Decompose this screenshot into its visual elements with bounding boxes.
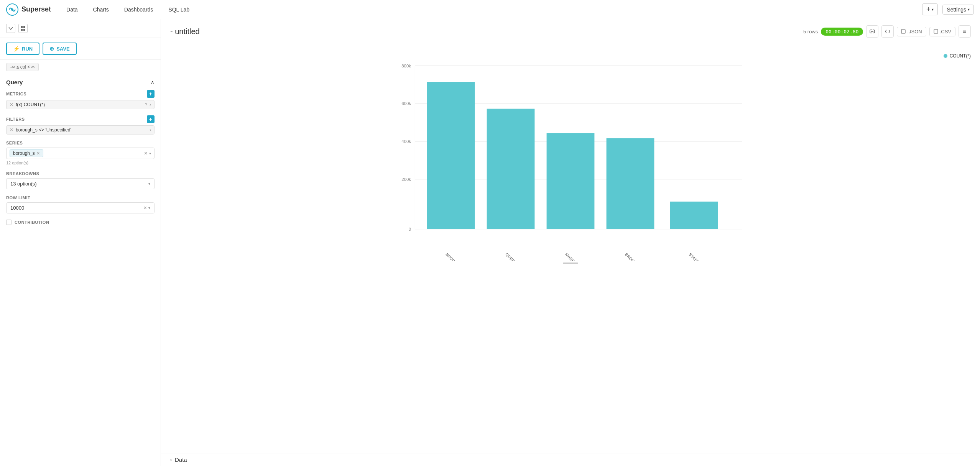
ellipsis-icon: ≡	[963, 28, 967, 34]
nav-right-controls: + ▾ Settings ▾	[922, 3, 974, 15]
svg-rect-8	[934, 30, 938, 33]
svg-text:0: 0	[409, 227, 411, 231]
app-logo[interactable]: Superset	[6, 3, 51, 16]
series-label: SERIES	[6, 141, 155, 145]
row-limit-select[interactable]: 10000 ✕ ▾	[6, 202, 155, 213]
rows-badge: 5 rows	[803, 29, 818, 34]
series-dropdown-button[interactable]: ▾	[149, 151, 151, 156]
link-button[interactable]	[866, 25, 878, 38]
bar-queens[interactable]	[487, 109, 535, 229]
series-tag[interactable]: borough_s ✕	[10, 149, 43, 157]
legend-dot	[944, 54, 947, 58]
legend-label: COUNT(*)	[950, 53, 971, 59]
bar-brooklyn[interactable]	[427, 82, 475, 229]
filter-badge: -∞ ≤ col < ∞	[6, 63, 39, 71]
code-button[interactable]	[881, 25, 894, 38]
help-icon[interactable]: ?	[145, 102, 147, 107]
contribution-label: CONTRIBUTION	[15, 220, 49, 225]
nav-sqllab[interactable]: SQL Lab	[165, 5, 192, 14]
nav-dashboards[interactable]: Dashboards	[121, 5, 156, 14]
filter-tag[interactable]: ✕ borough_s <> 'Unspecified' ›	[6, 125, 155, 135]
code-icon	[885, 29, 890, 34]
chart-area: COUNT(*) 800k 600k 400k	[161, 44, 980, 453]
logo-icon	[6, 3, 18, 16]
metrics-label: METRICS +	[6, 90, 155, 98]
link-icon	[870, 29, 875, 34]
file-icon	[934, 29, 938, 34]
main-layout: ⚡ RUN ⊕ SAVE -∞ ≤ col < ∞ Query ∧ METRIC…	[0, 19, 980, 466]
nav-data[interactable]: Data	[63, 5, 81, 14]
grid-view-button[interactable]	[18, 24, 28, 33]
contribution-row: CONTRIBUTION	[6, 220, 155, 225]
json-button[interactable]: .JSON	[897, 27, 926, 36]
metric-tag-text: f(x) COUNT(*)	[16, 102, 143, 107]
svg-text:800k: 800k	[401, 64, 411, 68]
metric-expand-button[interactable]: ›	[150, 102, 151, 107]
breakdowns-field-group: BREAKDOWNS 13 option(s) ▾	[6, 171, 155, 189]
filter-tag-text: borough_s <> 'Unspecified'	[16, 127, 147, 133]
left-top-tools	[0, 19, 161, 38]
chevron-down-icon: ▾	[932, 7, 934, 11]
svg-text:STATEN ISLAND: STATEN ISLAND	[688, 252, 712, 261]
filter-remove-button[interactable]: ✕	[10, 127, 13, 133]
query-section-chevron[interactable]: ∧	[151, 79, 155, 85]
right-panel: - untitled 5 rows 00:00:02.80	[161, 19, 980, 466]
svg-rect-2	[21, 26, 23, 28]
scroll-bar	[563, 263, 578, 264]
filters-label: FILTERS +	[6, 115, 155, 123]
svg-rect-5	[23, 29, 25, 31]
save-button[interactable]: ⊕ SAVE	[43, 43, 76, 55]
nav-settings-button[interactable]: Settings ▾	[942, 5, 974, 15]
data-section[interactable]: › Data	[161, 453, 980, 466]
contribution-checkbox[interactable]	[6, 220, 12, 225]
metric-remove-button[interactable]: ✕	[10, 102, 13, 107]
row-limit-value: 10000	[10, 205, 143, 211]
breakdowns-label: BREAKDOWNS	[6, 171, 155, 176]
series-input[interactable]: borough_s ✕ ✕ ▾	[6, 148, 155, 159]
svg-rect-4	[21, 29, 23, 31]
scroll-indicator	[170, 261, 971, 266]
svg-rect-3	[23, 26, 25, 28]
bar-bronx[interactable]	[607, 138, 654, 229]
filter-expand-button[interactable]: ›	[150, 127, 151, 133]
query-section-title: Query	[6, 79, 23, 85]
time-badge: 00:00:02.80	[821, 28, 863, 36]
nav-plus-button[interactable]: + ▾	[922, 3, 938, 15]
add-filter-button[interactable]: +	[147, 115, 155, 123]
series-tag-remove-button[interactable]: ✕	[36, 151, 40, 156]
svg-text:BRONX: BRONX	[624, 252, 637, 261]
row-limit-label: ROW LIMIT	[6, 195, 155, 200]
data-section-label: Data	[175, 456, 187, 463]
grid-icon	[21, 26, 25, 31]
run-button[interactable]: ⚡ RUN	[6, 43, 39, 55]
breakdowns-arrow-icon: ▾	[148, 182, 150, 186]
csv-button[interactable]: .CSV	[929, 27, 955, 36]
metric-tag[interactable]: ✕ f(x) COUNT(*) ? ›	[6, 100, 155, 109]
chart-svg-container: 800k 600k 400k 200k 0 BROOKLYN QUEENS MA…	[170, 62, 971, 261]
svg-point-1	[11, 8, 13, 11]
app-name: Superset	[21, 5, 51, 13]
chart-controls: 5 rows 00:00:02.80	[803, 25, 971, 38]
breakdowns-placeholder: 13 option(s)	[10, 181, 148, 187]
file-icon	[901, 29, 906, 34]
data-chevron-icon: ›	[170, 457, 172, 463]
svg-text:200k: 200k	[401, 177, 411, 182]
svg-text:QUEENS: QUEENS	[505, 252, 520, 261]
bar-chart: 800k 600k 400k 200k 0 BROOKLYN QUEENS MA…	[170, 62, 971, 261]
add-metric-button[interactable]: +	[147, 90, 155, 98]
series-clear-button[interactable]: ✕	[144, 151, 148, 156]
svg-text:400k: 400k	[401, 139, 411, 144]
left-panel: ⚡ RUN ⊕ SAVE -∞ ≤ col < ∞ Query ∧ METRIC…	[0, 19, 161, 466]
bar-staten-island[interactable]	[670, 202, 718, 229]
series-tag-text: borough_s	[13, 151, 35, 156]
save-icon: ⊕	[49, 46, 54, 52]
nav-charts[interactable]: Charts	[90, 5, 112, 14]
query-section-header: Query ∧	[6, 79, 155, 85]
chart-title: - untitled	[170, 27, 200, 36]
row-limit-clear-icon[interactable]: ✕	[143, 205, 147, 210]
breakdowns-select[interactable]: 13 option(s) ▾	[6, 178, 155, 189]
collapse-panel-button[interactable]	[6, 24, 15, 33]
more-options-button[interactable]: ≡	[959, 25, 971, 38]
series-field-group: SERIES borough_s ✕ ✕ ▾ 12 option(s)	[6, 141, 155, 165]
bar-manhattan[interactable]	[547, 133, 595, 229]
